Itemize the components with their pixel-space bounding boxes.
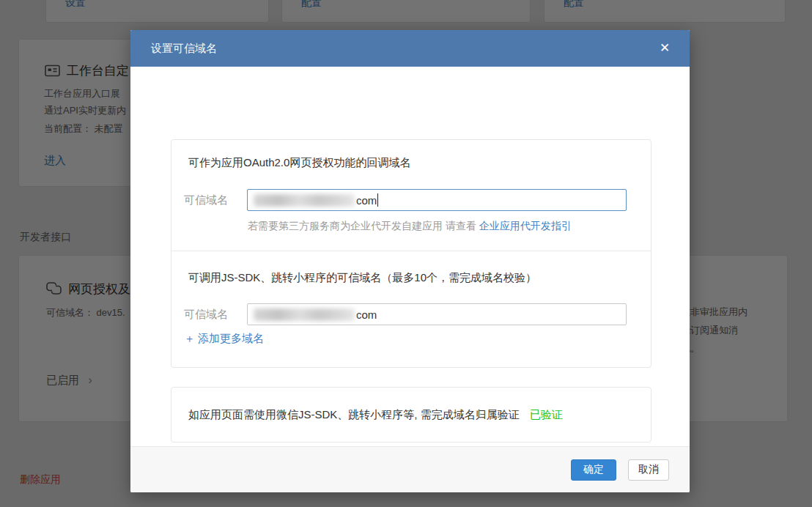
oauth-section-title: 可作为应用OAuth2.0网页授权功能的回调域名	[188, 156, 410, 170]
add-domain-label: 添加更多域名	[198, 332, 264, 344]
helper-text: 若需要第三方服务商为企业代开发自建应用 请查看	[248, 220, 479, 232]
set-trusted-domain-dialog: 设置可信域名 ✕ 可作为应用OAuth2.0网页授权功能的回调域名 可信域名 c…	[130, 30, 690, 492]
cancel-button[interactable]: 取消	[628, 459, 669, 481]
jssdk-domain-value: com	[356, 308, 377, 321]
verified-link[interactable]: 已验证	[530, 408, 563, 422]
text-caret	[377, 193, 378, 207]
oauth-domain-input[interactable]: com	[247, 189, 627, 211]
jssdk-domain-label: 可信域名	[184, 308, 228, 322]
oauth-callback-section: 可作为应用OAuth2.0网页授权功能的回调域名 可信域名 com 若需要第三方…	[171, 140, 651, 251]
dialog-body: 可作为应用OAuth2.0网页授权功能的回调域名 可信域名 com 若需要第三方…	[130, 67, 690, 446]
jssdk-section: 可调用JS-SDK、跳转小程序的可信域名（最多10个，需完成域名校验） 可信域名…	[171, 251, 651, 367]
oauth-domain-label: 可信域名	[184, 193, 228, 207]
confirm-button[interactable]: 确定	[571, 459, 616, 481]
close-icon[interactable]: ✕	[656, 40, 673, 57]
plus-icon: ＋	[184, 332, 195, 344]
dev-guide-link[interactable]: 企业应用代开发指引	[479, 220, 572, 232]
redacted-domain-blur	[254, 194, 355, 207]
add-domain-link[interactable]: ＋添加更多域名	[184, 332, 264, 346]
jssdk-section-title: 可调用JS-SDK、跳转小程序的可信域名（最多10个，需完成域名校验）	[188, 271, 536, 285]
dialog-title: 设置可信域名	[151, 42, 217, 56]
redacted-domain-blur-2	[254, 308, 355, 321]
domains-panel: 可作为应用OAuth2.0网页授权功能的回调域名 可信域名 com 若需要第三方…	[171, 139, 652, 368]
oauth-domain-value: com	[356, 194, 377, 207]
dialog-footer: 确定 取消	[130, 446, 690, 492]
dialog-header: 设置可信域名 ✕	[130, 30, 690, 67]
jssdk-domain-input[interactable]: com	[247, 303, 627, 325]
page-stage: 设置 配置 配置 工作台自定 工作台应用入口展 通过API实时更新内 当前配置：…	[0, 0, 812, 507]
verification-text: 如应用页面需使用微信JS-SDK、跳转小程序等, 需完成域名归属验证	[188, 408, 520, 422]
third-party-helper: 若需要第三方服务商为企业代开发自建应用 请查看 企业应用代开发指引	[248, 220, 572, 233]
verification-panel: 如应用页面需使用微信JS-SDK、跳转小程序等, 需完成域名归属验证 已验证	[171, 387, 652, 443]
